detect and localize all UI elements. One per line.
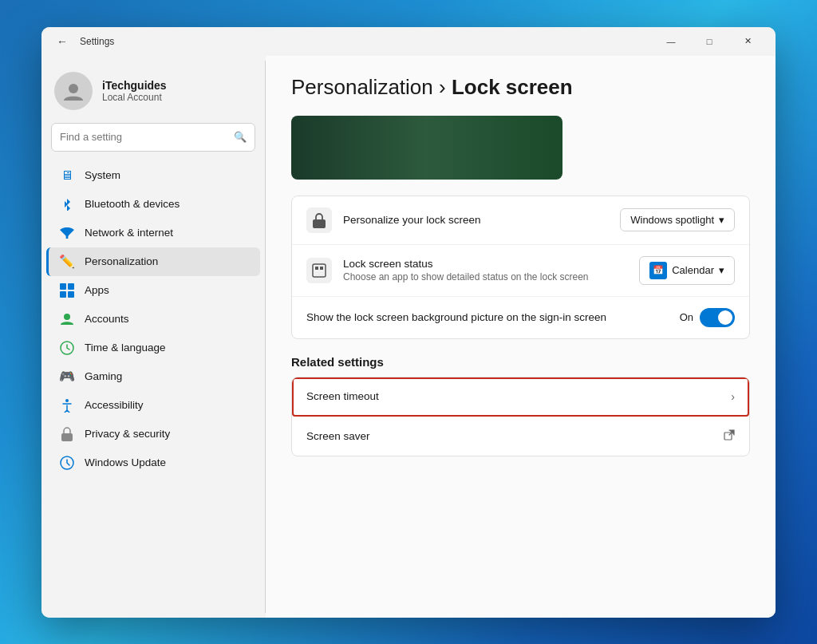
- screen-saver-label: Screen saver: [306, 430, 724, 442]
- row-control: Windows spotlight ▾: [620, 208, 735, 231]
- settings-card-main: Personalize your lock screen Windows spo…: [291, 196, 750, 339]
- search-box[interactable]: 🔍: [51, 123, 255, 152]
- window-controls: — □ ✕: [653, 27, 766, 56]
- back-button[interactable]: ←: [51, 30, 73, 53]
- sidebar-item-label: Accessibility: [85, 399, 144, 411]
- external-link-icon: [724, 429, 735, 443]
- avatar: [54, 72, 93, 110]
- sidebar-item-gaming[interactable]: 🎮 Gaming: [46, 362, 260, 391]
- breadcrumb-separator: ›: [439, 75, 452, 99]
- accessibility-icon: [59, 397, 75, 413]
- user-section: iTechguides Local Account: [41, 62, 265, 123]
- network-icon: [59, 225, 75, 241]
- related-settings-card: Screen timeout › Screen saver: [291, 377, 750, 456]
- bluetooth-icon: [59, 196, 75, 212]
- lock-icon: [306, 207, 332, 233]
- sidebar-item-label: Time & language: [85, 342, 166, 354]
- show-background-row: Show the lock screen background picture …: [292, 297, 749, 338]
- privacy-icon: [59, 426, 75, 442]
- sidebar-item-update[interactable]: Windows Update: [46, 448, 260, 477]
- calendar-dropdown[interactable]: 📅 Calendar ▾: [639, 256, 735, 285]
- dropdown-label: Windows spotlight: [630, 214, 714, 226]
- breadcrumb: Personalization: [291, 75, 433, 99]
- svg-rect-12: [313, 264, 326, 277]
- row-title: Personalize your lock screen: [343, 214, 609, 226]
- svg-rect-9: [61, 433, 73, 441]
- sidebar-item-label: Accounts: [85, 313, 129, 325]
- sidebar-item-system[interactable]: 🖥 System: [46, 161, 260, 190]
- accounts-icon: [59, 311, 75, 327]
- toggle-container: On: [680, 308, 735, 327]
- page-title: Lock screen: [452, 75, 573, 99]
- sidebar-item-privacy[interactable]: Privacy & security: [46, 420, 260, 448]
- minimize-button[interactable]: —: [653, 27, 689, 56]
- show-background-toggle[interactable]: [700, 308, 735, 327]
- svg-rect-14: [320, 267, 323, 270]
- search-icon: 🔍: [234, 131, 247, 143]
- svg-rect-3: [68, 283, 74, 290]
- sidebar-item-label: System: [85, 169, 120, 181]
- row-text: Show the lock screen background picture …: [306, 311, 669, 323]
- toggle-label: On: [680, 311, 693, 323]
- update-icon: [59, 455, 75, 471]
- sidebar-item-personalization[interactable]: ✏️ Personalization: [46, 247, 260, 276]
- svg-point-6: [64, 314, 70, 320]
- user-type: Local Account: [102, 92, 167, 103]
- chevron-down-icon: ▾: [719, 264, 724, 276]
- screen-timeout-row[interactable]: Screen timeout ›: [292, 377, 749, 417]
- sidebar-item-label: Windows Update: [85, 456, 166, 468]
- svg-rect-11: [313, 219, 326, 228]
- user-name: iTechguides: [102, 79, 167, 92]
- lock-screen-status-icon: [306, 258, 332, 283]
- windows-spotlight-dropdown[interactable]: Windows spotlight ▾: [620, 208, 735, 231]
- system-icon: 🖥: [59, 168, 75, 184]
- sidebar-item-accessibility[interactable]: Accessibility: [46, 391, 260, 420]
- lock-screen-preview: [291, 116, 562, 180]
- screen-timeout-label: Screen timeout: [306, 390, 731, 402]
- lock-screen-status-row: Lock screen status Choose an app to show…: [292, 245, 749, 297]
- row-text: Personalize your lock screen: [343, 214, 609, 226]
- sidebar-item-network[interactable]: Network & internet: [46, 219, 260, 247]
- sidebar-item-label: Apps: [85, 284, 109, 296]
- sidebar-item-label: Bluetooth & devices: [85, 198, 180, 210]
- apps-icon: [59, 282, 75, 298]
- settings-window: ← Settings — □ ✕ iTechguides Local Accou…: [41, 27, 776, 618]
- sidebar-item-apps[interactable]: Apps: [46, 276, 260, 305]
- sidebar-item-label: Personalization: [85, 255, 158, 267]
- sidebar-item-label: Gaming: [85, 370, 122, 382]
- sidebar-item-accounts[interactable]: Accounts: [46, 305, 260, 334]
- chevron-down-icon: ▾: [719, 214, 724, 226]
- svg-rect-13: [315, 267, 318, 270]
- sidebar-item-label: Network & internet: [85, 227, 173, 239]
- svg-rect-5: [68, 291, 74, 298]
- sidebar-item-time[interactable]: Time & language: [46, 334, 260, 362]
- title-bar: ← Settings — □ ✕: [41, 27, 776, 56]
- gaming-icon: 🎮: [59, 369, 75, 385]
- calendar-icon: 📅: [649, 262, 667, 279]
- sidebar-item-label: Privacy & security: [85, 428, 170, 440]
- time-icon: [59, 340, 75, 356]
- content-area: iTechguides Local Account 🔍 🖥 System: [41, 56, 776, 618]
- sidebar-item-bluetooth[interactable]: Bluetooth & devices: [46, 190, 260, 219]
- svg-point-0: [69, 84, 78, 93]
- dropdown-label: Calendar: [672, 264, 714, 276]
- row-control: 📅 Calendar ▾: [639, 256, 735, 285]
- row-title: Show the lock screen background picture …: [306, 311, 669, 323]
- personalize-lock-row: Personalize your lock screen Windows spo…: [292, 196, 749, 245]
- personalization-icon: ✏️: [59, 254, 75, 270]
- row-text: Lock screen status Choose an app to show…: [343, 258, 628, 282]
- maximize-button[interactable]: □: [691, 27, 728, 56]
- row-desc: Choose an app to show detailed status on…: [343, 271, 628, 282]
- main-content: Personalization › Lock screen: [266, 56, 776, 618]
- toggle-knob: [718, 310, 732, 325]
- sidebar: iTechguides Local Account 🔍 🖥 System: [41, 56, 265, 618]
- svg-point-8: [65, 399, 69, 402]
- svg-rect-4: [60, 291, 66, 298]
- svg-rect-2: [60, 283, 66, 290]
- search-input[interactable]: [60, 131, 234, 143]
- close-button[interactable]: ✕: [729, 27, 766, 56]
- row-title: Lock screen status: [343, 258, 628, 270]
- window-title: Settings: [80, 36, 653, 47]
- page-header: Personalization › Lock screen: [291, 75, 750, 100]
- screen-saver-row[interactable]: Screen saver: [292, 417, 749, 456]
